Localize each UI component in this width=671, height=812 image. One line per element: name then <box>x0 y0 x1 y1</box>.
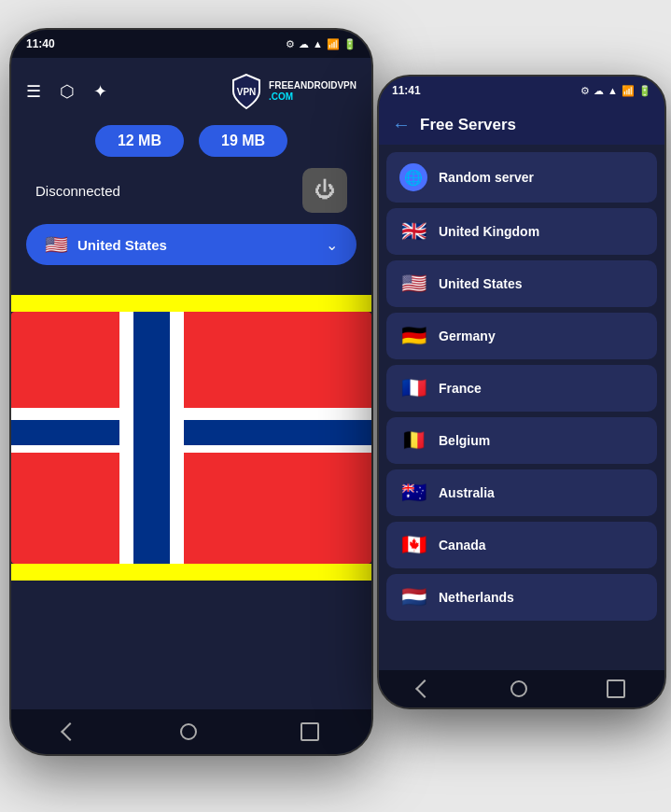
download-stat: 12 MB <box>95 125 184 157</box>
settings-icon: ⚙ <box>286 38 295 50</box>
yellow-bar-top <box>11 295 371 312</box>
right-status-icons: ⚙ ☁ ▲ 📶 🔋 <box>580 85 651 97</box>
server-flag: 🌐 <box>399 163 427 191</box>
left-nav-bar <box>11 709 371 754</box>
server-name: Germany <box>439 329 496 343</box>
left-content: ☰ ⬡ ✦ VPN FREEANDROIDVPN .COM 12 MB 19 M… <box>11 58 371 295</box>
back-nav-right[interactable] <box>415 679 434 698</box>
server-flag: 🇬🇧 <box>399 219 427 244</box>
left-time: 11:40 <box>26 37 55 50</box>
weather-icon-r: ☁ <box>594 85 604 97</box>
server-flag: 🇫🇷 <box>399 376 427 400</box>
server-flag: 🇦🇺 <box>399 481 427 505</box>
server-item[interactable]: 🇧🇪Belgium <box>386 417 657 464</box>
country-selector[interactable]: 🇺🇸 United States ⌄ <box>26 224 356 265</box>
logo-text: FREEANDROIDVPN .COM <box>269 80 356 103</box>
selected-country-name: United States <box>77 237 316 253</box>
power-icon: ⏻ <box>315 178 335 203</box>
server-item[interactable]: 🇳🇱Netherlands <box>386 574 657 621</box>
share-icon[interactable]: ⬡ <box>60 81 75 102</box>
status-row: Disconnected ⏻ <box>26 168 356 213</box>
selected-country-flag: 🇺🇸 <box>45 233 68 256</box>
server-item[interactable]: 🇨🇦Canada <box>386 522 657 568</box>
flag-display <box>11 312 371 564</box>
cross-h-blue <box>11 420 371 445</box>
server-item[interactable]: 🇺🇸United States <box>386 260 657 307</box>
back-button[interactable]: ← <box>392 114 411 135</box>
server-name: United States <box>439 276 522 291</box>
server-item[interactable]: 🌐Random server <box>386 152 657 203</box>
server-flag: 🇧🇪 <box>399 428 427 453</box>
server-name: United Kingdom <box>439 224 539 239</box>
server-list: 🌐Random server🇬🇧United Kingdom🇺🇸United S… <box>379 145 664 682</box>
server-name: Belgium <box>439 433 490 448</box>
battery-icon: 🔋 <box>343 38 356 50</box>
server-name: Canada <box>439 538 486 553</box>
server-item[interactable]: 🇩🇪Germany <box>386 313 657 359</box>
left-status-bar: 11:40 ⚙ ☁ ▲ 📶 🔋 <box>11 30 371 58</box>
back-nav-button[interactable] <box>61 722 79 741</box>
yellow-bar-bottom <box>11 564 371 581</box>
wifi-icon-r: ▲ <box>608 85 618 96</box>
connection-status: Disconnected <box>35 183 120 199</box>
right-nav-bar <box>379 670 664 707</box>
home-nav-right[interactable] <box>510 680 527 697</box>
page-title: Free Servers <box>420 116 516 134</box>
home-nav-button[interactable] <box>180 723 197 740</box>
server-name: Random server <box>439 170 534 185</box>
right-status-bar: 11:41 ⚙ ☁ ▲ 📶 🔋 <box>379 77 664 105</box>
weather-icon: ☁ <box>299 38 309 50</box>
signal-icon: 📶 <box>327 38 340 50</box>
server-item[interactable]: 🇦🇺Australia <box>386 469 657 516</box>
menu-icon[interactable]: ☰ <box>26 81 41 102</box>
phone-right: 11:41 ⚙ ☁ ▲ 📶 🔋 ← Free Servers 🌐Random s… <box>377 75 666 709</box>
server-flag: 🇨🇦 <box>399 533 427 557</box>
server-name: Netherlands <box>439 590 514 605</box>
wifi-icon: ▲ <box>313 38 323 49</box>
power-button[interactable]: ⏻ <box>302 168 347 213</box>
settings-icon-r: ⚙ <box>580 85 590 97</box>
phone-left: 11:40 ⚙ ☁ ▲ 📶 🔋 ☰ ⬡ ✦ VPN FREEANDROIDVPN… <box>9 28 373 756</box>
logo-area: VPN FREEANDROIDVPN .COM <box>230 73 356 110</box>
upload-stat: 19 MB <box>199 125 287 157</box>
right-header: ← Free Servers <box>379 105 664 145</box>
server-name: France <box>439 381 482 396</box>
server-flag: 🇳🇱 <box>399 585 427 609</box>
recents-nav-button[interactable] <box>301 722 319 741</box>
right-time: 11:41 <box>392 84 421 97</box>
cross-v-blue <box>133 312 170 564</box>
server-item[interactable]: 🇬🇧United Kingdom <box>386 208 657 255</box>
server-flag: 🇺🇸 <box>399 272 427 296</box>
server-name: Australia <box>439 485 495 500</box>
chevron-down-icon: ⌄ <box>326 236 338 254</box>
server-flag: 🇩🇪 <box>399 324 427 348</box>
battery-icon-r: 🔋 <box>638 85 651 97</box>
left-status-icons: ⚙ ☁ ▲ 📶 🔋 <box>286 38 356 50</box>
toolbar: ☰ ⬡ ✦ VPN FREEANDROIDVPN .COM <box>26 73 356 110</box>
favorites-icon[interactable]: ✦ <box>93 81 107 102</box>
logo-shield-icon: VPN <box>230 73 263 110</box>
svg-text:VPN: VPN <box>237 87 257 97</box>
recents-nav-right[interactable] <box>607 679 625 698</box>
signal-icon-r: 📶 <box>622 85 635 97</box>
stats-row: 12 MB 19 MB <box>26 125 356 157</box>
server-item[interactable]: 🇫🇷France <box>386 365 657 412</box>
